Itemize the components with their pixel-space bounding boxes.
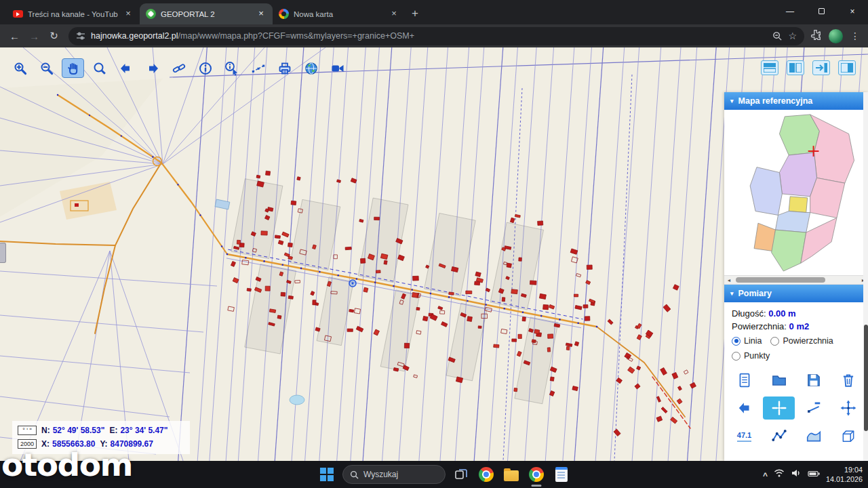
- file-explorer-button[interactable]: [502, 465, 521, 484]
- save-button[interactable]: [797, 369, 829, 392]
- link-button[interactable]: [167, 58, 190, 78]
- profile-avatar[interactable]: [829, 29, 843, 43]
- youtube-favicon: [13, 10, 23, 18]
- chrome-active-button[interactable]: [527, 465, 546, 484]
- tune-icon[interactable]: [76, 31, 85, 41]
- extensions-puzzle-icon[interactable]: [810, 29, 821, 43]
- move-point-button[interactable]: [832, 396, 864, 420]
- start-button[interactable]: [317, 465, 336, 484]
- radio-points[interactable]: Punkty: [732, 351, 770, 361]
- radio-area[interactable]: Powierzchnia: [770, 336, 833, 346]
- volume-tool-button[interactable]: [832, 424, 864, 447]
- open-folder-button[interactable]: [763, 369, 795, 392]
- taskbar-clock[interactable]: 19:04 14.01.2026: [826, 465, 863, 484]
- reference-map-header[interactable]: ▾ Mapa referencyjna: [724, 92, 868, 110]
- identify-button[interactable]: [220, 58, 243, 78]
- clock-date: 14.01.2026: [826, 474, 863, 484]
- dms-format-badge[interactable]: ° ' ": [18, 426, 37, 435]
- radio-line[interactable]: Linia: [732, 336, 762, 346]
- notepad-icon: [555, 467, 568, 482]
- wifi-icon[interactable]: [774, 468, 785, 481]
- zoom-window-button[interactable]: [88, 58, 111, 78]
- scrollbar-thumb[interactable]: [864, 325, 868, 432]
- info-button[interactable]: [194, 58, 216, 78]
- add-point-button[interactable]: [763, 396, 795, 420]
- tab-new-tab[interactable]: Nowa karta ×: [273, 3, 406, 24]
- radio-dot[interactable]: [770, 337, 779, 346]
- panel-expand-right-icon[interactable]: [838, 60, 856, 75]
- system-tray: ^ 19:04 14.01.2026: [763, 461, 863, 488]
- geographic-coords-row: ° ' " N:52° 49' 58.53" E:23° 34' 5.47": [18, 424, 184, 437]
- collapse-caret-icon[interactable]: ▾: [730, 98, 734, 104]
- collapse-caret-icon[interactable]: ▾: [730, 291, 734, 297]
- camera-button[interactable]: [326, 58, 349, 78]
- wms-globe-button[interactable]: [300, 58, 322, 78]
- taskbar-search[interactable]: Wyszukaj: [342, 465, 446, 484]
- measure-line-tool-button[interactable]: [763, 424, 795, 447]
- tab-youtube[interactable]: Treści na kanale - YouTube Stud ×: [7, 3, 140, 24]
- measurements-header[interactable]: ▾ Pomiary: [724, 285, 868, 302]
- back-button[interactable]: ←: [5, 27, 24, 45]
- layout-split-vertical-icon[interactable]: [787, 60, 804, 75]
- battery-icon[interactable]: [808, 468, 820, 481]
- elevation-tool-button[interactable]: 47.1: [728, 424, 760, 447]
- scrollbar-thumb[interactable]: [736, 277, 825, 283]
- area-value: 0 m2: [789, 321, 810, 331]
- tab-geoportal[interactable]: GEOPORTAL 2 ×: [140, 3, 273, 24]
- address-bar[interactable]: hajnowka.geoportal2.pl/map/www/mapa.php?…: [68, 27, 804, 45]
- measure-button[interactable]: [247, 58, 269, 78]
- panel-scrollbar[interactable]: [863, 92, 868, 461]
- measure-area-tool-button[interactable]: [797, 424, 829, 447]
- zoom-page-icon[interactable]: [772, 31, 783, 41]
- panel-layout-buttons: [761, 60, 856, 75]
- measurements-body: Długość: 0.00 m Powierzchnia: 0 m2 Linia…: [724, 302, 868, 361]
- close-window-button[interactable]: ×: [837, 0, 868, 22]
- delete-button[interactable]: [832, 369, 864, 392]
- zoom-in-button[interactable]: [9, 58, 31, 78]
- new-tab-button[interactable]: +: [406, 4, 425, 23]
- browser-tab-strip: Treści na kanale - YouTube Stud × GEOPOR…: [0, 0, 868, 24]
- east-label: E:: [109, 426, 117, 435]
- reference-map-title: Mapa referencyjna: [738, 96, 813, 106]
- left-panel-handle[interactable]: [0, 243, 6, 263]
- bookmark-star-icon[interactable]: ☆: [788, 30, 797, 41]
- previous-view-button[interactable]: [115, 58, 137, 78]
- hidden-icons-chevron[interactable]: ^: [763, 471, 768, 481]
- maximize-button[interactable]: [806, 0, 837, 22]
- reference-map-scrollbar[interactable]: ◄ ►: [724, 275, 868, 285]
- browser-menu-icon[interactable]: ⋮: [850, 30, 860, 41]
- tab-close-icon[interactable]: ×: [123, 9, 134, 20]
- search-placeholder: Wyszukaj: [363, 470, 398, 479]
- otodom-watermark: otodom: [1, 449, 132, 481]
- reload-button[interactable]: ↻: [45, 27, 63, 45]
- layout-split-horizontal-icon[interactable]: [761, 60, 778, 75]
- newtab-favicon: [279, 9, 289, 19]
- task-view-button[interactable]: [452, 465, 471, 484]
- undo-point-button[interactable]: [728, 396, 760, 420]
- next-view-button[interactable]: [141, 58, 163, 78]
- notepad-button[interactable]: [552, 465, 571, 484]
- scroll-left-icon[interactable]: ◄: [724, 278, 734, 283]
- forward-button[interactable]: →: [25, 27, 43, 45]
- tab-close-icon[interactable]: ×: [256, 9, 267, 20]
- measure-marker: [349, 280, 356, 287]
- maximize-icon: [818, 8, 825, 14]
- panel-collapse-right-icon[interactable]: [812, 60, 830, 75]
- reference-map[interactable]: [732, 113, 860, 272]
- radio-dot[interactable]: [732, 337, 741, 346]
- minimize-button[interactable]: —: [774, 0, 806, 22]
- url-host: hajnowka.geoportal2.pl: [91, 31, 178, 41]
- radio-dot[interactable]: [732, 352, 741, 361]
- pan-hand-button[interactable]: [62, 58, 84, 78]
- remove-point-button[interactable]: [797, 396, 829, 420]
- scrollbar-track[interactable]: [734, 277, 859, 283]
- print-button[interactable]: [273, 58, 296, 78]
- taskbar-center: Wyszukaj: [317, 461, 571, 488]
- volume-icon[interactable]: [791, 468, 802, 481]
- chrome-taskbar-icon[interactable]: [477, 465, 496, 484]
- tab-label: Nowa karta: [294, 10, 384, 18]
- tab-close-icon[interactable]: ×: [389, 9, 399, 20]
- zoom-out-button[interactable]: [35, 58, 58, 78]
- measurements-title: Pomiary: [738, 289, 772, 298]
- new-document-button[interactable]: [728, 369, 760, 392]
